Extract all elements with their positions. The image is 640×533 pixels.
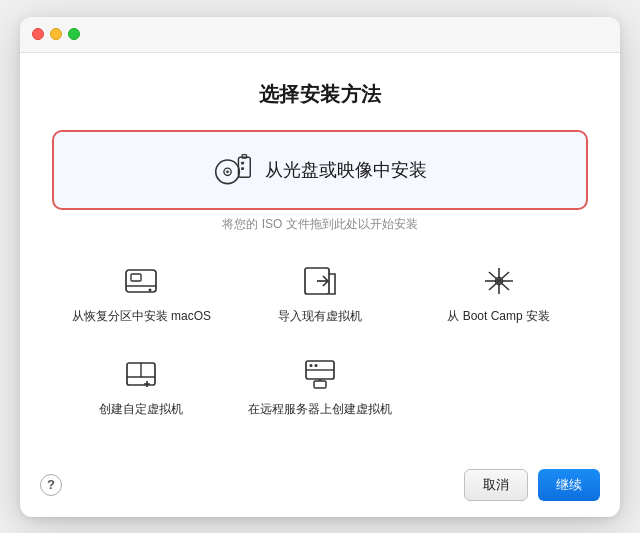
restore-partition-label: 从恢复分区中安装 macOS [72,308,211,325]
primary-option-inner: 从光盘或映像中安装 [54,132,586,208]
continue-button[interactable]: 继续 [538,469,600,501]
page-title: 选择安装方法 [259,81,382,108]
primary-option-label: 从光盘或映像中安装 [265,158,427,182]
custom-vm-icon [121,354,161,394]
svg-point-27 [309,364,312,367]
main-window: 选择安装方法 从光盘或 [20,17,620,517]
svg-rect-25 [314,381,326,388]
svg-rect-5 [241,161,244,164]
import-vm-label: 导入现有虚拟机 [278,308,362,325]
options-grid: 从恢复分区中安装 macOS 导入现有虚拟机 [52,251,588,429]
cancel-button[interactable]: 取消 [464,469,528,501]
import-icon [300,261,340,301]
boot-camp-option[interactable]: 从 Boot Camp 安装 [409,251,588,335]
close-button[interactable] [32,28,44,40]
custom-vm-option[interactable]: 创建自定虚拟机 [52,344,231,428]
install-from-disc-option[interactable]: 从光盘或映像中安装 [52,130,588,210]
remote-server-label: 在远程服务器上创建虚拟机 [248,401,392,418]
remote-server-icon [300,354,340,394]
svg-rect-6 [241,167,244,170]
restore-partition-option[interactable]: 从恢复分区中安装 macOS [52,251,231,335]
svg-point-9 [149,288,152,291]
minimize-button[interactable] [50,28,62,40]
bootcamp-icon [479,261,519,301]
titlebar [20,17,620,53]
custom-vm-label: 创建自定虚拟机 [99,401,183,418]
hdd-icon [121,261,161,301]
svg-rect-3 [238,157,250,177]
disc-image-icon [213,150,253,190]
help-button[interactable]: ? [40,474,62,496]
primary-option-subtitle: 将您的 ISO 文件拖到此处以开始安装 [222,216,417,233]
svg-rect-10 [131,274,141,281]
content-area: 选择安装方法 从光盘或 [20,53,620,459]
import-vm-option[interactable]: 导入现有虚拟机 [231,251,410,335]
maximize-button[interactable] [68,28,80,40]
remote-server-option[interactable]: 在远程服务器上创建虚拟机 [231,344,410,428]
footer: ? 取消 继续 [20,459,620,517]
svg-rect-4 [242,154,247,158]
svg-point-28 [314,364,317,367]
traffic-lights [32,28,80,40]
boot-camp-label: 从 Boot Camp 安装 [447,308,550,325]
svg-point-2 [226,170,229,173]
